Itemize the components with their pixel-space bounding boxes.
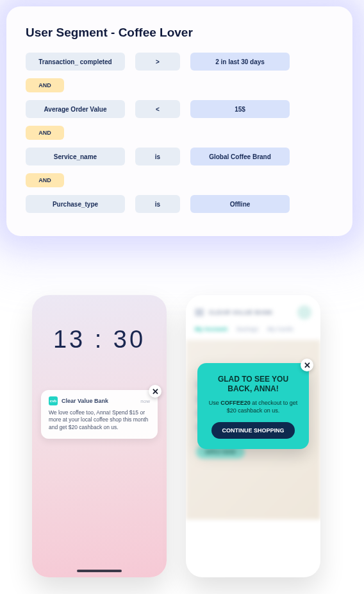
notification-time: now xyxy=(140,398,150,404)
segment-panel: User Segment - Coffee Lover Transaction_… xyxy=(6,6,352,236)
phone-lockscreen: 13 : 30 ✕ cvb Clear Value Bank now We lo… xyxy=(32,295,167,577)
popup-body: Use COFFEE20 at checkout to get $20 cash… xyxy=(208,399,299,414)
rule-attribute-chip[interactable]: Average Order Value xyxy=(26,100,125,118)
and-chip: AND xyxy=(26,173,64,187)
rule-row: Purchase_type is Offline xyxy=(26,195,333,213)
and-chip: AND xyxy=(26,126,64,140)
app-header: CLEAR VALUE BANK xyxy=(186,295,320,326)
popup-title: GLAD TO SEE YOU BACK, ANNA! xyxy=(208,375,299,394)
phone-app: CLEAR VALUE BANK My Account Savings My C… xyxy=(186,295,320,577)
push-notification[interactable]: ✕ cvb Clear Value Bank now We love coffe… xyxy=(41,390,158,439)
popup-code: COFFEE20 xyxy=(220,400,251,406)
tab-my-account[interactable]: My Account xyxy=(195,326,228,332)
close-icon[interactable]: ✕ xyxy=(301,359,313,371)
rule-row: Average Order Value < 15$ xyxy=(26,100,333,118)
tab-savings[interactable]: Savings xyxy=(236,326,259,332)
rule-attribute-chip[interactable]: Transaction_ completed xyxy=(26,53,125,71)
and-chip: AND xyxy=(26,78,64,92)
rule-operator-chip[interactable]: > xyxy=(135,53,180,71)
rule-attribute-chip[interactable]: Service_name xyxy=(26,148,125,165)
rule-operator-chip[interactable]: is xyxy=(135,195,180,213)
avatar[interactable] xyxy=(297,305,311,319)
rule-attribute-chip[interactable]: Purchase_type xyxy=(26,195,125,213)
rule-value-chip[interactable]: Global Coffee Brand xyxy=(190,148,290,165)
rule-value-chip[interactable]: 2 in last 30 days xyxy=(190,53,290,71)
rule-operator-chip[interactable]: < xyxy=(135,100,180,118)
rule-value-chip[interactable]: 15$ xyxy=(190,100,290,118)
continue-shopping-button[interactable]: CONTINUE SHOPPING xyxy=(211,422,294,439)
promo-popup: ✕ GLAD TO SEE YOU BACK, ANNA! Use COFFEE… xyxy=(197,363,309,449)
lockscreen-clock: 13 : 30 xyxy=(32,326,167,353)
app-tabs: My Account Savings My Cards xyxy=(186,326,320,340)
app-title: CLEAR VALUE BANK xyxy=(209,309,273,316)
close-icon[interactable]: ✕ xyxy=(149,385,161,398)
rule-value-chip[interactable]: Offline xyxy=(190,195,290,213)
notification-app-name: Clear Value Bank xyxy=(62,398,108,404)
rule-operator-chip[interactable]: is xyxy=(135,148,180,165)
menu-icon[interactable] xyxy=(195,309,204,316)
app-icon: cvb xyxy=(49,396,58,405)
rule-row: Transaction_ completed > 2 in last 30 da… xyxy=(26,53,333,71)
tab-my-cards[interactable]: My Cards xyxy=(267,326,294,332)
popup-body-prefix: Use xyxy=(209,400,221,406)
segment-title: User Segment - Coffee Lover xyxy=(26,26,333,40)
rule-row: Service_name is Global Coffee Brand xyxy=(26,148,333,165)
home-indicator[interactable] xyxy=(77,570,122,572)
notification-body: We love coffee too, Anna! Spend $15 or m… xyxy=(49,409,150,431)
phone-mockups: 13 : 30 ✕ cvb Clear Value Bank now We lo… xyxy=(32,295,320,577)
notification-header: cvb Clear Value Bank now xyxy=(49,396,150,405)
